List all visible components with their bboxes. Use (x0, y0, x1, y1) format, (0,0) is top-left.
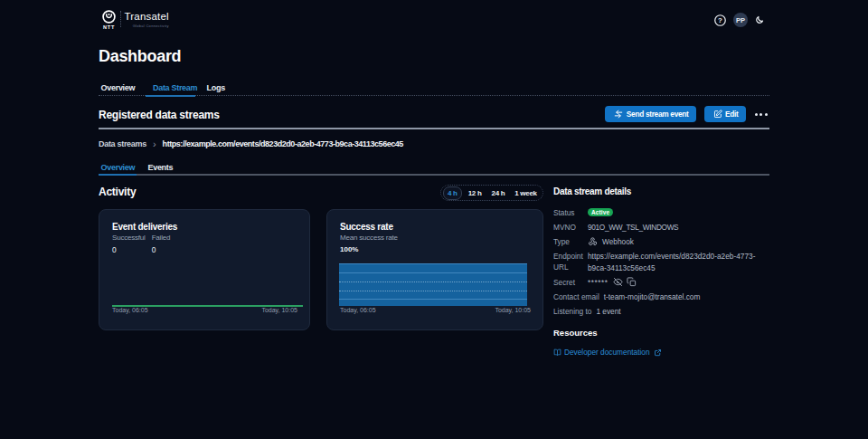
svg-text:?: ? (718, 16, 722, 24)
